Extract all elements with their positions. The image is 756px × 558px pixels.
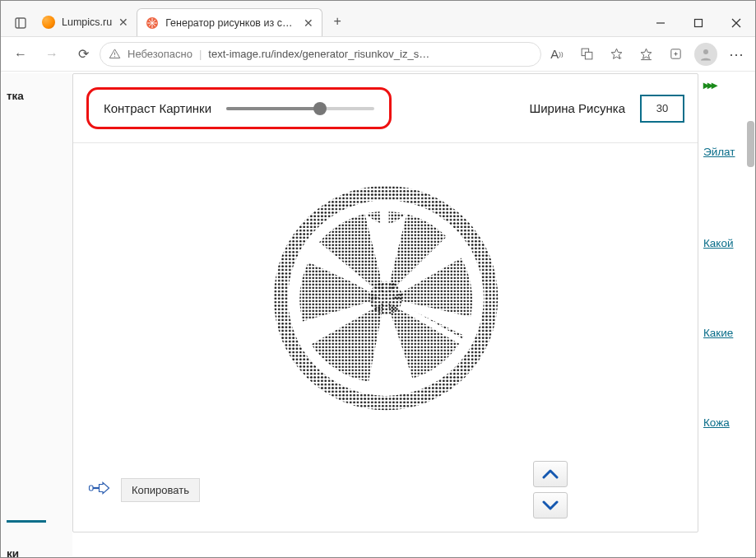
window-close-button[interactable]	[717, 10, 755, 36]
nav-forward-button[interactable]: →	[37, 41, 67, 67]
contrast-label: Контраст Картинки	[104, 101, 211, 115]
ascii-output	[73, 143, 698, 456]
contrast-highlight: Контраст Картинки	[86, 87, 392, 129]
width-input[interactable]	[640, 95, 684, 123]
warning-icon	[109, 48, 121, 60]
svg-rect-30	[267, 179, 505, 417]
chevrons-icon: ▸▸▸	[703, 78, 753, 91]
favicon-lumpics-icon	[42, 16, 55, 29]
browser-tab-generator[interactable]: Генератор рисунков из символ ✕	[137, 8, 322, 36]
svg-rect-10	[585, 52, 592, 59]
scroll-up-button[interactable]	[533, 461, 568, 487]
favicon-textimage-icon	[146, 16, 159, 30]
left-sidebar: тка ки	[2, 73, 72, 556]
sidebar-divider	[7, 520, 46, 523]
sidebar-fragment: ки	[7, 547, 67, 558]
svg-rect-4	[695, 20, 703, 27]
address-bar: ← → ⟳ Небезопасно | text-image.ru/index/…	[1, 37, 755, 72]
svg-point-8	[114, 56, 115, 57]
right-sidebar: ▸▸▸ Эйлат Какой Какие Кожа	[702, 73, 754, 556]
pointer-hand-icon	[88, 480, 113, 500]
browser-titlebar: Lumpics.ru ✕ Генератор рисунков из симво…	[1, 1, 755, 37]
close-icon[interactable]: ✕	[304, 16, 313, 30]
svg-rect-31	[90, 486, 94, 491]
contrast-slider[interactable]	[226, 105, 374, 113]
ascii-art-image	[267, 179, 505, 421]
collections-button[interactable]	[661, 41, 689, 67]
tab-label: Lumpics.ru	[62, 16, 112, 28]
nav-back-button[interactable]: ←	[6, 41, 35, 67]
slider-thumb[interactable]	[313, 102, 327, 115]
security-label: Небезопасно	[128, 48, 192, 60]
read-aloud-button[interactable]: A))	[543, 41, 571, 67]
menu-button[interactable]: ⋯	[722, 41, 750, 67]
new-tab-button[interactable]: +	[326, 10, 349, 33]
favorites-button[interactable]	[632, 41, 660, 67]
svg-point-16	[703, 49, 708, 54]
side-link[interactable]: Кожа	[703, 416, 753, 429]
translate-button[interactable]	[573, 41, 601, 67]
side-link[interactable]: Какой	[703, 237, 753, 249]
width-label: Ширина Рисунка	[529, 101, 625, 115]
close-icon[interactable]: ✕	[118, 16, 128, 29]
url-input[interactable]: Небезопасно | text-image.ru/index/genera…	[100, 42, 541, 67]
svg-text:+: +	[618, 55, 621, 61]
window-minimize-button[interactable]	[642, 10, 679, 36]
window-maximize-button[interactable]	[679, 10, 717, 36]
profile-button[interactable]	[694, 43, 717, 66]
scrollbar-thumb[interactable]	[747, 121, 754, 167]
tab-label: Генератор рисунков из символ	[165, 17, 297, 29]
side-link[interactable]: Эйлат	[703, 146, 753, 158]
generator-panel: Контраст Картинки Ширина Рисунка	[72, 73, 698, 532]
sidebar-fragment: тка	[7, 90, 67, 102]
svg-rect-0	[16, 18, 26, 28]
url-text: text-image.ru/index/generator_risunkov_i…	[208, 48, 429, 60]
browser-tab-lumpics[interactable]: Lumpics.ru ✕	[34, 8, 137, 36]
favorites-star-button[interactable]: +	[602, 41, 630, 67]
tabs-collapse-button[interactable]	[7, 10, 34, 36]
side-link[interactable]: Какие	[703, 327, 753, 339]
scroll-down-button[interactable]	[533, 492, 568, 518]
copy-button[interactable]: Копировать	[121, 478, 200, 502]
nav-refresh-button[interactable]: ⟳	[68, 41, 98, 67]
